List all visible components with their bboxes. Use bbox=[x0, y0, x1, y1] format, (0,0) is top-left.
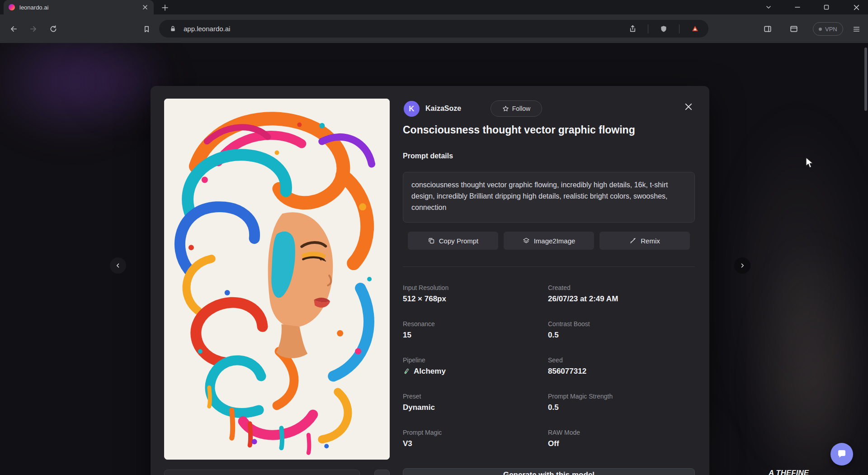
browser-toolbar: app.leonardo.ai VPN bbox=[0, 14, 868, 43]
pager-button[interactable] bbox=[374, 470, 390, 475]
chat-icon bbox=[836, 449, 847, 460]
browser-tab[interactable]: leonardo.ai bbox=[4, 0, 154, 14]
remix-label: Remix bbox=[641, 237, 660, 245]
bookmark-icon[interactable] bbox=[138, 21, 155, 37]
detail-label: Seed bbox=[548, 356, 695, 364]
window-maximize-button[interactable] bbox=[818, 0, 835, 14]
detail-value: Dynamic bbox=[403, 403, 548, 412]
remix-button[interactable]: Remix bbox=[599, 232, 690, 250]
lock-icon[interactable] bbox=[166, 23, 179, 35]
backdrop-glow bbox=[723, 106, 868, 475]
tab-strip: leonardo.ai bbox=[0, 0, 868, 14]
menu-hamburger-icon[interactable] bbox=[848, 21, 864, 37]
follow-label: Follow bbox=[512, 105, 530, 112]
mouse-cursor bbox=[805, 157, 815, 169]
prompt-details-heading: Prompt details bbox=[403, 152, 453, 160]
detail-resonance: Resonance 15 bbox=[403, 320, 548, 340]
detail-pipeline: Pipeline Alchemy bbox=[403, 356, 548, 376]
detail-value: 15 bbox=[403, 331, 548, 340]
detail-value: 26/07/23 at 2:49 AM bbox=[548, 294, 695, 304]
tab-title: leonardo.ai bbox=[19, 4, 137, 11]
artwork-illustration bbox=[164, 99, 390, 460]
user-avatar[interactable]: K bbox=[404, 101, 420, 117]
detail-value: Alchemy bbox=[403, 367, 548, 376]
copy-prompt-button[interactable]: Copy Prompt bbox=[408, 232, 498, 250]
detail-prompt-magic: Prompt Magic V3 bbox=[403, 429, 548, 448]
reading-panel-icon[interactable] bbox=[786, 21, 802, 37]
forward-button[interactable] bbox=[25, 21, 42, 37]
image2image-label: Image2Image bbox=[534, 237, 576, 245]
generate-with-model-button[interactable]: Generate with this model bbox=[403, 468, 695, 475]
detail-label: Resonance bbox=[403, 320, 548, 328]
thumbnail-strip[interactable] bbox=[164, 470, 360, 475]
video-watermark: A THEFINE bbox=[769, 469, 809, 475]
detail-value: 0.5 bbox=[548, 403, 695, 412]
previous-image-button[interactable] bbox=[110, 257, 126, 274]
page-scrollbar-thumb[interactable] bbox=[864, 48, 867, 111]
brave-rewards-triangle-icon[interactable] bbox=[689, 23, 701, 35]
generated-artwork-image bbox=[164, 99, 390, 460]
section-divider bbox=[403, 266, 695, 267]
window-minimize-button[interactable] bbox=[789, 0, 806, 14]
detail-raw-mode: RAW Mode Off bbox=[548, 429, 695, 448]
tab-close-icon[interactable] bbox=[141, 3, 149, 11]
sidebar-toggle-icon[interactable] bbox=[760, 21, 776, 37]
detail-contrast-boost: Contrast Boost 0.5 bbox=[548, 320, 695, 340]
new-tab-button[interactable] bbox=[159, 2, 171, 14]
reload-button[interactable] bbox=[45, 21, 61, 37]
toolbar-separator bbox=[679, 24, 679, 33]
url-text[interactable]: app.leonardo.ai bbox=[184, 25, 622, 33]
detail-label: RAW Mode bbox=[548, 429, 695, 436]
vpn-button[interactable]: VPN bbox=[813, 22, 843, 36]
address-bar[interactable]: app.leonardo.ai bbox=[159, 20, 708, 38]
prompt-text-box[interactable]: consciousness thought vector graphic flo… bbox=[403, 172, 695, 223]
copy-icon bbox=[428, 237, 435, 244]
follow-button[interactable]: Follow bbox=[491, 100, 542, 117]
detail-prompt-magic-strength: Prompt Magic Strength 0.5 bbox=[548, 393, 695, 412]
detail-label: Preset bbox=[403, 393, 548, 400]
detail-label: Input Resolution bbox=[403, 284, 548, 291]
close-modal-icon[interactable] bbox=[680, 99, 697, 115]
detail-created: Created 26/07/23 at 2:49 AM bbox=[548, 284, 695, 304]
vpn-label: VPN bbox=[825, 26, 837, 33]
detail-value: 856077312 bbox=[548, 367, 695, 376]
detail-label: Contrast Boost bbox=[548, 320, 695, 328]
share-icon[interactable] bbox=[626, 23, 639, 35]
detail-label: Created bbox=[548, 284, 695, 291]
detail-seed: Seed 856077312 bbox=[548, 356, 695, 376]
backdrop-glow bbox=[0, 43, 158, 142]
detail-value: 0.5 bbox=[548, 331, 695, 340]
detail-value: V3 bbox=[403, 439, 548, 448]
tab-search-chevron-icon[interactable] bbox=[760, 0, 777, 14]
detail-input-resolution: Input Resolution 512 × 768px bbox=[403, 284, 548, 304]
pipeline-value-text: Alchemy bbox=[414, 367, 446, 376]
detail-label: Pipeline bbox=[403, 356, 548, 364]
prompt-actions-row: Copy Prompt Image2Image Remix bbox=[408, 232, 690, 250]
detail-label: Prompt Magic bbox=[403, 429, 548, 436]
toolbar-separator bbox=[648, 24, 648, 33]
generation-details-grid: Input Resolution 512 × 768px Created 26/… bbox=[403, 284, 695, 448]
test-tube-icon bbox=[403, 368, 410, 375]
page-viewport: K KaizaSoze Follow Consciousness thought… bbox=[0, 43, 868, 475]
tab-favicon-icon bbox=[8, 4, 15, 11]
detail-value: Off bbox=[548, 439, 695, 448]
copy-prompt-label: Copy Prompt bbox=[439, 237, 479, 245]
user-name[interactable]: KaizaSoze bbox=[425, 104, 461, 113]
image-detail-modal: K KaizaSoze Follow Consciousness thought… bbox=[151, 86, 709, 475]
image2image-button[interactable]: Image2Image bbox=[504, 232, 594, 250]
next-image-button[interactable] bbox=[734, 257, 750, 274]
vpn-status-dot bbox=[819, 28, 822, 31]
brave-shield-icon[interactable] bbox=[657, 23, 670, 35]
detail-value: 512 × 768px bbox=[403, 294, 548, 304]
image-title: Consciousness thought vector graphic flo… bbox=[403, 124, 697, 136]
back-button[interactable] bbox=[5, 21, 22, 37]
backdrop-glow bbox=[750, 238, 868, 475]
layers-icon bbox=[523, 237, 530, 244]
window-close-button[interactable] bbox=[848, 0, 864, 14]
remix-wand-icon bbox=[629, 237, 637, 244]
detail-preset: Preset Dynamic bbox=[403, 393, 548, 412]
star-icon bbox=[502, 105, 509, 112]
support-chat-button[interactable] bbox=[830, 443, 853, 466]
detail-label: Prompt Magic Strength bbox=[548, 393, 695, 400]
